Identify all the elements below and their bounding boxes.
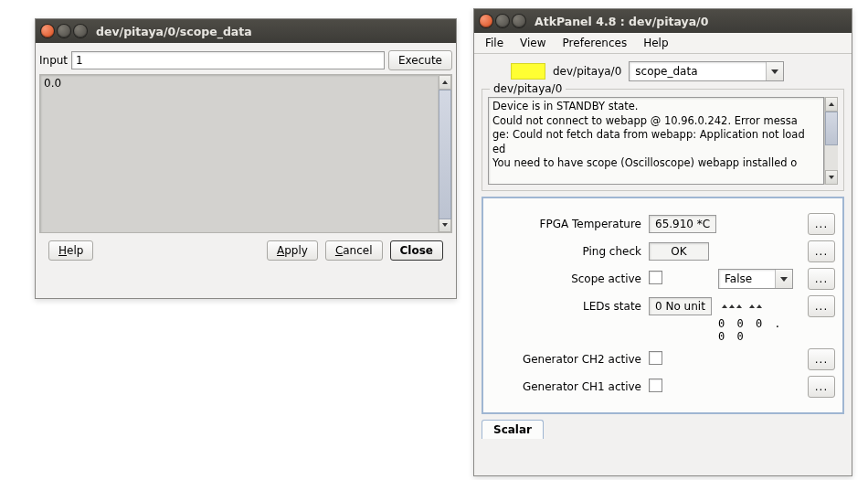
close-button[interactable]: Close [390, 240, 443, 261]
attribute-panel: FPGA Temperature 65.910 *C ... Ping chec… [482, 197, 844, 414]
row-fpga-temperature: FPGA Temperature 65.910 *C ... [491, 213, 835, 235]
spin-up-group [722, 304, 762, 308]
menubar: File View Preferences Help [474, 33, 852, 54]
more-button[interactable]: ... [808, 376, 835, 398]
row-scope-active: Scope active False ... [491, 268, 835, 290]
menu-view[interactable]: View [513, 35, 553, 51]
log-text[interactable]: Device is in STANDBY state. Could not co… [488, 97, 824, 185]
tab-bar: Scalar [482, 420, 844, 439]
log-line-4: You need to have scope (Oscilloscope) we… [492, 156, 797, 169]
input-label: Input [39, 54, 68, 67]
scroll-down-icon[interactable] [439, 218, 451, 232]
scroll-thumb[interactable] [439, 90, 451, 219]
log-box: Device is in STANDBY state. Could not co… [488, 97, 838, 185]
spin-up-icon[interactable] [736, 304, 742, 308]
device-row: dev/pitaya/0 scope_data [474, 54, 852, 85]
menu-preferences[interactable]: Preferences [556, 35, 635, 51]
command-combo-value: scope_data [630, 65, 766, 78]
window-title: dev/pitaya/0/scope_data [96, 25, 252, 38]
value-ping-check: OK [649, 242, 709, 261]
spin-up-icon[interactable] [729, 304, 735, 308]
minimize-icon[interactable] [496, 15, 509, 27]
spin-up-icon[interactable] [722, 304, 727, 308]
input-row: Input Execute [39, 50, 452, 70]
row-ping-check: Ping check OK ... [491, 240, 835, 262]
label-gen-ch2-active: Generator CH2 active [491, 353, 649, 366]
label-ping-check: Ping check [491, 245, 649, 258]
status-group-label: dev/pitaya/0 [490, 82, 566, 95]
log-line-2: ge: Could not fetch data from webapp: Ap… [492, 128, 805, 141]
more-button[interactable]: ... [808, 348, 835, 370]
help-button[interactable]: Help [48, 240, 93, 261]
more-button[interactable]: ... [808, 295, 835, 317]
close-icon[interactable] [480, 15, 492, 27]
spin-up-icon[interactable] [749, 304, 755, 308]
leds-spin[interactable] [722, 304, 762, 308]
row-leds-state-spin-value: 0 0 0 . 0 0 [491, 317, 835, 343]
apply-rest: pply [284, 244, 308, 257]
atkpanel-window: AtkPanel 4.8 : dev/pitaya/0 File View Pr… [473, 8, 852, 476]
more-button[interactable]: ... [808, 268, 835, 290]
menu-file[interactable]: File [478, 35, 511, 51]
label-gen-ch1-active: Generator CH1 active [491, 380, 649, 393]
close-icon[interactable] [41, 25, 54, 37]
menu-help[interactable]: Help [636, 35, 675, 51]
more-button[interactable]: ... [808, 213, 835, 235]
scroll-thumb[interactable] [825, 112, 838, 145]
minimize-icon[interactable] [58, 25, 70, 37]
status-swatch [511, 63, 545, 80]
log-line-3: ed [492, 143, 505, 155]
checkbox-gen-ch2-active[interactable] [649, 351, 662, 365]
maximize-icon[interactable] [513, 15, 525, 27]
help-mnemonic: H [58, 244, 67, 257]
help-rest: elp [67, 244, 83, 257]
value-fpga-temperature: 65.910 *C [649, 215, 716, 233]
execute-button[interactable]: Execute [388, 50, 452, 70]
scroll-track[interactable] [439, 90, 451, 218]
chevron-down-icon[interactable] [775, 270, 792, 288]
combo-scope-active-value: False [719, 272, 775, 285]
combo-scope-active[interactable]: False [718, 269, 793, 289]
cancel-button[interactable]: Cancel [325, 240, 383, 261]
window-controls [41, 25, 87, 37]
window-controls [480, 15, 525, 27]
window-title: AtkPanel 4.8 : dev/pitaya/0 [535, 15, 708, 28]
more-button[interactable]: ... [808, 240, 835, 262]
label-leds-state: LEDs state [491, 300, 649, 313]
scroll-up-icon[interactable] [825, 97, 838, 112]
log-scrollbar[interactable] [824, 97, 838, 185]
scroll-up-icon[interactable] [439, 75, 451, 90]
scroll-track[interactable] [825, 112, 838, 170]
output-scrollbar[interactable] [438, 75, 451, 232]
scroll-down-icon[interactable] [825, 170, 838, 185]
log-line-0: Device is in STANDBY state. [492, 100, 638, 112]
titlebar[interactable]: AtkPanel 4.8 : dev/pitaya/0 [474, 9, 852, 33]
leds-spin-value: 0 0 0 . 0 0 [718, 317, 802, 343]
scope-data-window: dev/pitaya/0/scope_data Input Execute 0.… [35, 18, 457, 299]
command-combo[interactable]: scope_data [629, 61, 784, 81]
cancel-rest: ancel [343, 244, 372, 257]
row-gen-ch1-active: Generator CH1 active ... [491, 376, 835, 398]
titlebar[interactable]: dev/pitaya/0/scope_data [36, 19, 456, 43]
label-fpga-temperature: FPGA Temperature [491, 218, 649, 230]
apply-button[interactable]: Apply [267, 240, 318, 261]
output-value: 0.0 [40, 75, 438, 232]
status-group: dev/pitaya/0 Device is in STANDBY state.… [482, 89, 844, 191]
input-field[interactable] [71, 51, 385, 69]
checkbox-gen-ch1-active[interactable] [649, 379, 662, 392]
output-area: 0.0 [39, 74, 452, 233]
label-scope-active: Scope active [491, 272, 649, 285]
value-leds-state: 0 No unit [649, 297, 712, 315]
tab-scalar[interactable]: Scalar [482, 420, 544, 439]
cancel-mnemonic: C [335, 244, 343, 257]
row-leds-state: LEDs state 0 No unit ... [491, 295, 835, 317]
checkbox-scope-active[interactable] [649, 271, 662, 284]
log-line-1: Could not connect to webapp @ 10.96.0.24… [492, 114, 798, 127]
spin-up-icon[interactable] [757, 304, 762, 308]
maximize-icon[interactable] [74, 25, 87, 37]
chevron-down-icon[interactable] [766, 62, 783, 80]
device-label: dev/pitaya/0 [553, 65, 621, 78]
row-gen-ch2-active: Generator CH2 active ... [491, 348, 835, 370]
dialog-buttons: Help Apply Cancel Close [39, 240, 452, 261]
apply-mnemonic: A [277, 244, 284, 257]
